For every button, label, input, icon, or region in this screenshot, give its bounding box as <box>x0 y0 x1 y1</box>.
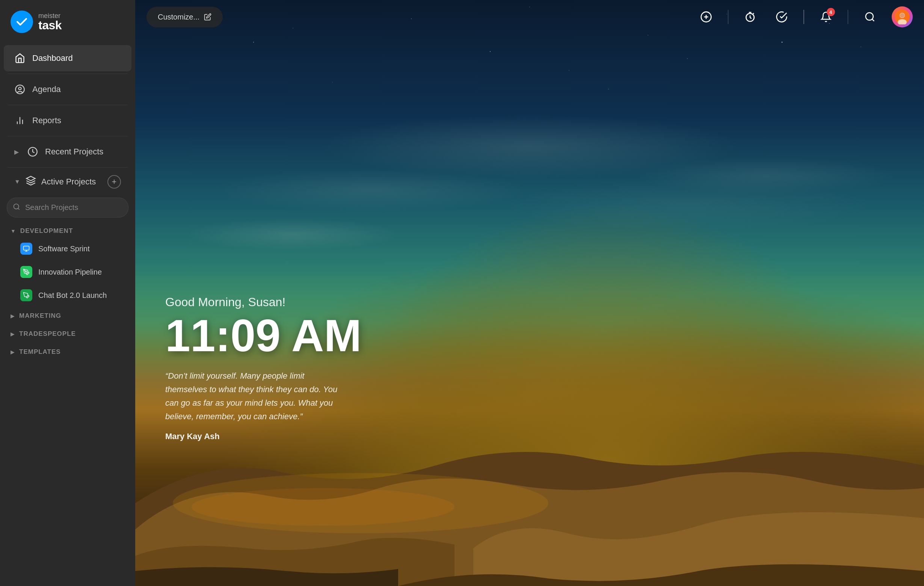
svg-point-13 <box>191 488 454 525</box>
sidebar-item-recent-projects[interactable]: ▶ Recent Projects <box>4 139 132 165</box>
timer-icon <box>744 11 756 23</box>
svg-line-7 <box>18 208 20 210</box>
dashboard-label: Dashboard <box>32 53 73 63</box>
search-button[interactable] <box>860 7 879 26</box>
quote-block: “Don’t limit yourself. Many people limit… <box>165 369 346 443</box>
tradespeople-chevron-icon: ▶ <box>10 331 15 337</box>
customize-label: Customize... <box>158 13 200 21</box>
sidebar: meister task Dashboard Age <box>0 0 135 586</box>
svg-point-23 <box>900 13 904 18</box>
reports-icon <box>14 115 26 126</box>
time-display: 11:09 AM <box>165 313 361 358</box>
reports-label: Reports <box>32 116 61 125</box>
development-label: DEVELOPMENT <box>20 227 73 235</box>
notifications-button[interactable]: 4 <box>816 7 836 26</box>
check-circle-icon <box>776 11 788 23</box>
sidebar-item-active-projects[interactable]: ▼ Active Projects <box>14 175 96 188</box>
header-divider-3 <box>848 10 848 24</box>
innovation-pipeline-icon <box>20 266 32 278</box>
marketing-chevron-icon: ▶ <box>10 313 15 319</box>
greeting-text: Good Morning, Susan! <box>165 295 361 309</box>
hero-content: Good Morning, Susan! 11:09 AM “Don’t lim… <box>165 295 361 443</box>
search-header-icon <box>864 11 876 23</box>
edit-icon <box>204 13 211 21</box>
agenda-icon <box>14 84 26 95</box>
logo-area: meister task <box>0 0 135 41</box>
header-actions: 4 <box>696 7 913 27</box>
sidebar-item-reports[interactable]: Reports <box>4 107 132 134</box>
marketing-label: MARKETING <box>19 312 61 320</box>
nav-divider-1 <box>8 74 128 74</box>
sidebar-item-agenda[interactable]: Agenda <box>4 76 132 102</box>
project-item-chatbot-launch[interactable]: Chat Bot 2.0 Launch <box>4 284 132 307</box>
check-button[interactable] <box>772 7 791 26</box>
logo-icon <box>10 10 33 33</box>
sidebar-navigation: Dashboard Agenda Reports <box>0 41 135 365</box>
svg-point-18 <box>866 13 873 20</box>
customize-button[interactable]: Customize... <box>147 7 223 27</box>
svg-point-6 <box>14 204 19 209</box>
header-divider-1 <box>728 10 729 24</box>
search-icon <box>13 203 20 212</box>
search-box <box>7 198 129 218</box>
sidebar-item-dashboard[interactable]: Dashboard <box>4 45 132 71</box>
innovation-pipeline-label: Innovation Pipeline <box>38 268 102 276</box>
plus-circle-icon <box>700 11 712 23</box>
software-sprint-icon <box>20 243 32 255</box>
notification-badge: 4 <box>827 8 835 16</box>
timer-button[interactable] <box>740 7 760 26</box>
svg-line-19 <box>872 19 874 21</box>
templates-label: TEMPLATES <box>19 348 61 356</box>
recent-projects-label: Recent Projects <box>45 147 103 157</box>
nav-divider-3 <box>8 136 128 136</box>
section-templates[interactable]: ▶ TEMPLATES <box>0 343 135 361</box>
search-input[interactable] <box>7 198 129 218</box>
main-content: Customize... <box>135 0 924 586</box>
home-icon <box>14 53 26 64</box>
active-projects-chevron-down-icon: ▼ <box>14 178 20 185</box>
user-avatar[interactable] <box>892 7 913 27</box>
svg-point-1 <box>19 87 21 90</box>
svg-rect-8 <box>24 246 29 250</box>
header-divider-2 <box>804 10 804 24</box>
development-chevron-icon: ▼ <box>10 228 16 234</box>
active-projects-icon <box>26 175 36 188</box>
quote-text: “Don’t limit yourself. Many people limit… <box>165 369 346 424</box>
section-marketing[interactable]: ▶ MARKETING <box>0 307 135 325</box>
project-item-software-sprint[interactable]: Software Sprint <box>4 238 132 260</box>
software-sprint-label: Software Sprint <box>38 244 90 253</box>
add-button[interactable] <box>696 7 716 26</box>
nav-divider-2 <box>8 105 128 105</box>
svg-point-11 <box>26 271 26 272</box>
section-tradespeople[interactable]: ▶ TRADESPEOPLE <box>0 325 135 343</box>
recent-projects-icon <box>27 146 38 157</box>
templates-chevron-icon: ▶ <box>10 349 15 355</box>
active-projects-label: Active Projects <box>41 177 96 187</box>
add-project-button[interactable]: + <box>107 175 121 188</box>
agenda-label: Agenda <box>32 84 61 94</box>
section-development[interactable]: ▼ DEVELOPMENT <box>0 223 135 237</box>
quote-author: Mary Kay Ash <box>165 430 346 443</box>
top-header: Customize... <box>135 0 924 34</box>
chatbot-launch-label: Chat Bot 2.0 Launch <box>38 291 107 300</box>
avatar-image <box>895 9 910 25</box>
logo-text: meister task <box>38 12 62 31</box>
project-item-innovation-pipeline[interactable]: Innovation Pipeline <box>4 261 132 283</box>
chatbot-launch-icon <box>20 289 32 301</box>
nav-divider-4 <box>8 167 128 168</box>
recent-projects-chevron-icon: ▶ <box>14 149 19 155</box>
logo-task-label: task <box>38 19 62 31</box>
active-projects-row: ▼ Active Projects + <box>4 170 132 194</box>
tradespeople-label: TRADESPEOPLE <box>19 330 76 338</box>
